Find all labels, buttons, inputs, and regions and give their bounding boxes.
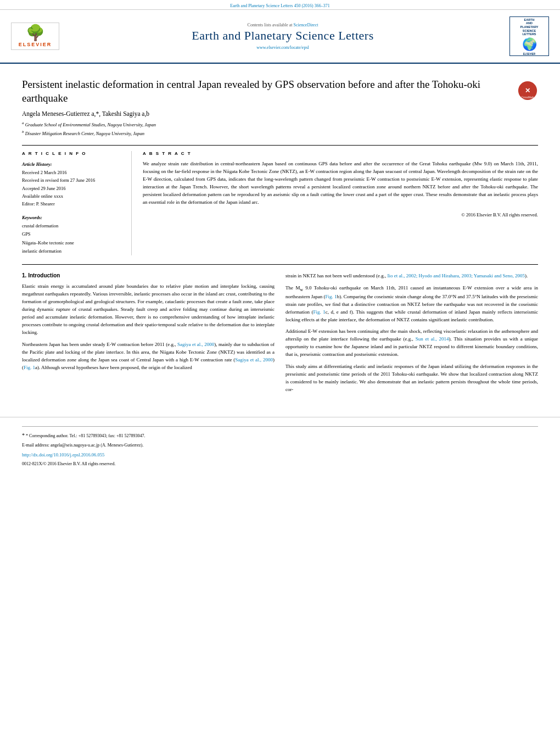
earth-logo-block: EARTHANDPLANETARYSCIENCELETTERS 🌍 ELSEVI… — [505, 16, 549, 56]
doi-link[interactable]: http://dx.doi.org/10.1016/j.epsl.2016.06… — [22, 452, 104, 458]
available-date: Available online xxxx — [22, 192, 124, 200]
keyword-2: GPS — [22, 230, 124, 238]
body-para-5: Additional E-W extension has been contin… — [285, 328, 538, 359]
content-area: Persistent inelastic deformation in cent… — [0, 64, 560, 408]
elsevier-tree-icon: 🌳 — [26, 25, 45, 41]
doi-note: http://dx.doi.org/10.1016/j.epsl.2016.06… — [22, 451, 538, 459]
keyword-4: inelastic deformation — [22, 247, 124, 255]
section-divider — [22, 264, 538, 265]
copyright: © 2016 Elsevier B.V. All rights reserved… — [143, 212, 538, 217]
footer-divider — [22, 426, 538, 427]
keyword-3: Niigata–Kobe tectonic zone — [22, 239, 124, 247]
email-note: E-mail address: angela@seis.nagoya-u.ac.… — [22, 442, 538, 449]
svg-text:✕: ✕ — [525, 87, 530, 94]
abstract-text: We analyze strain rate distribution in c… — [143, 160, 538, 207]
abstract-header: A B S T R A C T — [143, 151, 538, 156]
revised-date: Received in revised form 27 June 2016 — [22, 176, 124, 184]
article-title-section: Persistent inelastic deformation in cent… — [22, 78, 538, 105]
sciencedirect-link[interactable]: ScienceDirect — [294, 23, 318, 27]
article-history-block: Article History: Received 2 March 2016 R… — [22, 160, 124, 208]
journal-url: www.elsevier.com/locate/epsl — [60, 45, 505, 50]
abstract-col: A B S T R A C T We analyze strain rate d… — [143, 151, 538, 255]
received-date: Received 2 March 2016 — [22, 169, 124, 176]
globe-icon: 🌍 — [522, 37, 537, 52]
body-para-4: The Mw 9.0 Tohoku-oki earthquake on Marc… — [285, 284, 538, 323]
body-right-col: strain in NKTZ has not been well underst… — [285, 272, 538, 398]
affiliation-b: b Disaster Mitigation Research Center, N… — [22, 129, 538, 137]
keyword-1: crustal deformation — [22, 222, 124, 230]
keywords-title: Keywords: — [22, 214, 124, 222]
affiliations: a Graduate School of Environmental Studi… — [22, 120, 538, 137]
history-label: Article History: — [22, 160, 124, 168]
earth-logo-box: EARTHANDPLANETARYSCIENCELETTERS 🌍 ELSEVI… — [509, 16, 549, 56]
footer-area: * * Corresponding author. Tel.: +81 5278… — [0, 417, 560, 466]
earth-logo-elsevier: ELSEVIER — [522, 53, 536, 55]
article-info-col: A R T I C L E I N F O Article History: R… — [22, 151, 132, 255]
authors: Angela Meneses-Gutierrez a,*, Takeshi Sa… — [22, 110, 538, 117]
authors-text: Angela Meneses-Gutierrez a,*, Takeshi Sa… — [22, 110, 149, 117]
journal-title-block: Contents lists available at ScienceDirec… — [60, 23, 505, 50]
body-para-3: strain in NKTZ has not been well underst… — [285, 272, 538, 280]
body-two-col: 1. Introduction Elastic strain energy is… — [22, 272, 538, 398]
article-info-abstract-section: A R T I C L E I N F O Article History: R… — [22, 145, 538, 255]
body-para-1: Elastic strain energy is accumulated aro… — [22, 283, 275, 337]
contents-line: Contents lists available at ScienceDirec… — [60, 23, 505, 27]
article-info-header: A R T I C L E I N F O — [22, 151, 124, 156]
journal-name: Earth and Planetary Science Letters — [60, 29, 505, 43]
affiliation-a: a Graduate School of Environmental Studi… — [22, 120, 538, 129]
svg-text:CrossMark: CrossMark — [522, 96, 535, 99]
journal-citation: Earth and Planetary Science Letters 450 … — [230, 3, 330, 8]
body-para-6: This study aims at differentiating elast… — [285, 363, 538, 394]
accepted-date: Accepted 29 June 2016 — [22, 185, 124, 192]
article-title: Persistent inelastic deformation in cent… — [22, 78, 509, 105]
section-1-title: 1. Introduction — [22, 272, 275, 278]
elsevier-logo-block: 🌳 ELSEVIER — [11, 23, 60, 50]
journal-url-link[interactable]: www.elsevier.com/locate/epsl — [256, 45, 309, 50]
body-para-2: Northeastern Japan has been under steady… — [22, 341, 275, 372]
body-left-col: 1. Introduction Elastic strain energy is… — [22, 272, 275, 398]
crossmark-logo[interactable]: ✕ CrossMark — [517, 80, 538, 102]
elsevier-wordmark: ELSEVIER — [19, 42, 52, 47]
elsevier-box: 🌳 ELSEVIER — [11, 23, 59, 50]
issn-line: 0012-821X/© 2016 Elsevier B.V. All right… — [22, 461, 538, 466]
keywords-block: Keywords: crustal deformation GPS Niigat… — [22, 214, 124, 255]
corresponding-author-note: * * Corresponding author. Tel.: +81 5278… — [22, 431, 538, 440]
journal-top-bar: Earth and Planetary Science Letters 450 … — [0, 0, 560, 10]
journal-header: 🌳 ELSEVIER Contents lists available at S… — [0, 10, 560, 64]
earth-logo-title: EARTHANDPLANETARYSCIENCELETTERS — [519, 17, 540, 36]
editor-label: Editor: P. Shearer — [22, 200, 124, 208]
